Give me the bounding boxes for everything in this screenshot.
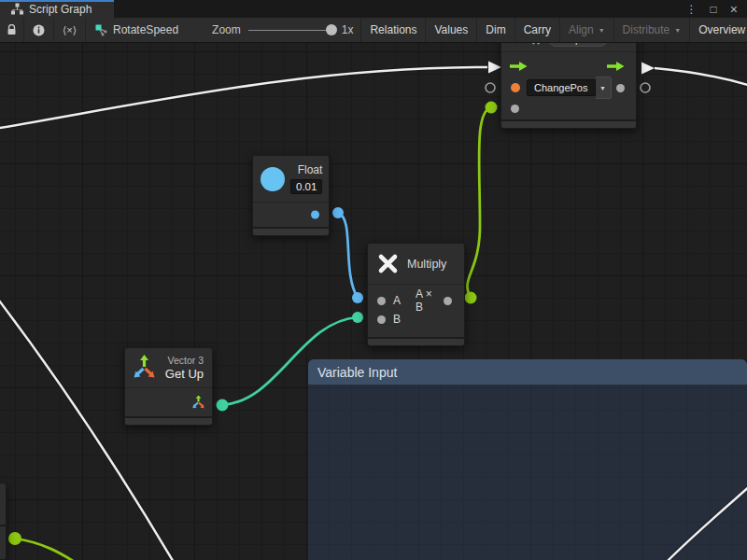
node-footer [501, 119, 636, 128]
float-body [253, 203, 329, 227]
vector-output-connection-dot[interactable] [217, 399, 229, 412]
float-output-connection-dot[interactable] [332, 207, 344, 218]
tab-script-graph[interactable]: Script Graph [0, 0, 114, 18]
lock-icon [7, 24, 17, 35]
unconnected-port-left[interactable] [486, 83, 495, 92]
multiply-header: Multiply [368, 244, 464, 284]
graph-unit-icon [529, 43, 543, 45]
variable-name-field[interactable]: ChangePos [527, 79, 596, 96]
hierarchy-graph-icon [11, 3, 23, 15]
distribute-button[interactable]: Distribute▼ [614, 18, 691, 42]
close-icon[interactable]: × [730, 2, 738, 17]
wire-shadow [0, 297, 175, 560]
chevron-down-icon: ▼ [674, 27, 681, 34]
script-graph-window: Script Graph ⋮ □ × ⟨×⟩ RotateSpeed [0, 0, 747, 560]
code-icon: ⟨×⟩ [63, 24, 77, 36]
float-output-port[interactable] [311, 211, 319, 219]
multiply-output-connection-dot[interactable] [465, 292, 477, 304]
graph-reference-icon [95, 24, 107, 36]
graph-canvas[interactable]: Variable Input [0, 43, 747, 560]
group-variable-input[interactable]: Variable Input [308, 359, 747, 560]
node-footer [253, 227, 329, 235]
zoom-slider[interactable] [248, 24, 334, 35]
flow-input-port[interactable] [510, 61, 528, 72]
value-input-row [501, 99, 636, 118]
zoom-slider-handle[interactable] [326, 24, 337, 35]
graph-input-connection-dot[interactable] [486, 102, 498, 114]
multiply-row-a: A A × B [368, 291, 464, 310]
group-title: Variable Input [317, 365, 397, 380]
float-header: Float 0.01 [253, 156, 329, 202]
values-button[interactable]: Values [426, 18, 477, 42]
node-footer [368, 337, 464, 345]
relations-button[interactable]: Relations [361, 18, 426, 42]
value-output-port[interactable] [616, 84, 625, 92]
multiply-to-graph-wire[interactable] [467, 107, 491, 298]
flow-output-port[interactable] [607, 61, 625, 72]
multiply-title: Multiply [407, 258, 446, 271]
wire-shadow [655, 68, 747, 86]
multiply-input-a-port[interactable] [377, 297, 386, 305]
zoom-control: Zoom 1x [204, 18, 361, 42]
vector-output-port[interactable] [191, 396, 205, 410]
multiply-icon [377, 253, 399, 274]
flow-wire-crossing[interactable] [0, 297, 175, 560]
graph-reference-label: RotateSpeed [113, 23, 178, 36]
vector3-axes-icon [132, 355, 157, 381]
overview-button[interactable]: Overview [690, 18, 747, 42]
vector-header: Vector 3 Get Up [125, 348, 212, 387]
group-header[interactable]: Variable Input [308, 359, 747, 385]
graph-dropdown[interactable]: Graph ▼ [548, 43, 609, 47]
chevron-down-icon: ▼ [599, 27, 605, 34]
vector-title: Get Up [165, 367, 204, 381]
multiply-output-port[interactable] [444, 297, 452, 305]
info-icon [33, 24, 45, 36]
float-type-icon [261, 167, 285, 191]
variable-input-port[interactable] [511, 83, 520, 92]
variable-row: ChangePos ▼ [501, 77, 636, 99]
graph-toolbar: ⟨×⟩ RotateSpeed Zoom 1x Relations Values… [0, 18, 747, 43]
flow-wire-in[interactable] [0, 67, 487, 129]
chevron-down-icon: ▼ [599, 85, 606, 91]
node-offscreen-left[interactable] [0, 483, 7, 560]
node-footer [125, 416, 212, 425]
dim-button[interactable]: Dim [477, 18, 514, 42]
window-menu-icon[interactable]: ⋮ [686, 3, 698, 16]
multiply-b-connection-dot[interactable] [352, 312, 363, 323]
float-title: Float [298, 163, 323, 176]
flow-input-arrow-port[interactable] [488, 62, 501, 74]
flow-wire-out[interactable] [655, 68, 747, 86]
zoom-value: 1x [342, 23, 354, 36]
flow-ports-row [501, 56, 636, 77]
vector-type-label: Vector 3 [167, 355, 204, 366]
multiply-input-a-label: A [393, 294, 401, 307]
value-input-port[interactable] [511, 105, 519, 113]
node-graph-unit[interactable]: Graph ▼ ChangePos ▼ [500, 43, 637, 129]
window-controls: ⋮ □ × [686, 0, 747, 18]
align-button[interactable]: Align▼ [560, 18, 614, 42]
tab-title: Script Graph [29, 3, 92, 16]
unconnected-port-right[interactable] [641, 83, 650, 92]
node-vector3-get-up[interactable]: Vector 3 Get Up [124, 347, 213, 426]
multiply-input-b-port[interactable] [377, 315, 386, 324]
multiply-output-label: A × B [416, 287, 436, 314]
bottom-left-wire[interactable] [15, 539, 80, 560]
wire-shadow [0, 67, 487, 129]
graph-unit-header: Graph ▼ [501, 43, 636, 51]
graph-breadcrumb[interactable]: RotateSpeed [86, 18, 188, 42]
variable-dropdown-button[interactable]: ▼ [596, 77, 612, 99]
flow-output-arrow-port[interactable] [641, 63, 655, 75]
inspect-button[interactable] [24, 18, 54, 42]
carry-button[interactable]: Carry [515, 18, 560, 42]
float-value-field[interactable]: 0.01 [290, 179, 322, 194]
zoom-label: Zoom [212, 23, 241, 36]
maximize-icon[interactable]: □ [711, 3, 717, 16]
lock-button[interactable] [0, 18, 24, 42]
code-preview-button[interactable]: ⟨×⟩ [54, 18, 86, 42]
vector-body [125, 388, 212, 416]
float-to-multiply-wire[interactable] [338, 213, 358, 298]
bottom-left-connection-dot[interactable] [8, 532, 21, 545]
node-float-literal[interactable]: Float 0.01 [252, 155, 330, 236]
node-multiply[interactable]: Multiply A A × B B [367, 243, 465, 346]
multiply-a-connection-dot[interactable] [352, 292, 363, 303]
